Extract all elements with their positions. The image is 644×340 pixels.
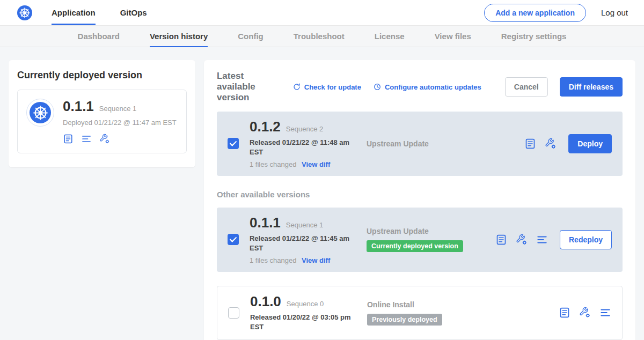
deploy-button[interactable]: Deploy — [568, 134, 612, 153]
subnav-item-registry-settings[interactable]: Registry settings — [501, 26, 567, 47]
view-files-icon[interactable] — [81, 134, 92, 144]
version-checkbox[interactable] — [228, 138, 239, 149]
app-subnav: Dashboard Version history Config Trouble… — [0, 26, 644, 47]
version-source-col: Upstream Update — [367, 139, 495, 148]
nav-tab-application-label: Application — [52, 8, 96, 17]
check-for-update-link[interactable]: Check for update — [292, 83, 361, 91]
version-number: 0.1.0 — [250, 294, 281, 309]
view-files-icon[interactable] — [599, 307, 611, 319]
main-content: Currently deployed version 0.1.1 Sequenc… — [0, 47, 644, 340]
currently-deployed-panel: Currently deployed version 0.1.1 Sequenc… — [9, 60, 195, 167]
latest-version-header: Latest available version Check for updat… — [217, 71, 623, 103]
redeploy-button[interactable]: Redeploy — [560, 230, 612, 249]
deployed-version-number: 0.1.1 — [63, 99, 94, 114]
subnav-item-troubleshoot[interactable]: Troubleshoot — [294, 26, 345, 47]
schedule-icon — [373, 83, 382, 91]
view-diff-link[interactable]: View diff — [302, 256, 330, 264]
subnav-item-version-history[interactable]: Version history — [150, 26, 208, 47]
check-for-update-label: Check for update — [304, 83, 361, 91]
version-checkbox[interactable] — [228, 234, 239, 245]
files-changed-line: 1 files changed View diff — [250, 160, 367, 168]
version-source-label: Upstream Update — [367, 139, 495, 148]
release-notes-icon[interactable] — [63, 134, 74, 144]
top-navbar-right: Add a new application Log out — [484, 0, 628, 25]
edit-config-icon[interactable] — [579, 307, 591, 319]
version-number: 0.1.2 — [250, 119, 281, 135]
version-source-col: Upstream Update Currently deployed versi… — [367, 227, 495, 252]
deployed-sequence-label: Sequence 1 — [99, 105, 136, 113]
nav-tab-gitops[interactable]: GitOps — [120, 0, 147, 25]
latest-version-title: Latest available version — [217, 71, 281, 103]
other-versions-title: Other available versions — [217, 190, 623, 199]
version-info: 0.1.1 Sequence 1 Released 01/21/22 @ 11:… — [250, 215, 367, 264]
version-number: 0.1.1 — [250, 215, 281, 231]
configure-automatic-updates-link[interactable]: Configure automatic updates — [373, 83, 481, 91]
deployed-version-details: 0.1.1 Sequence 1 Deployed 01/21/22 @ 11:… — [63, 99, 177, 144]
app-kubernetes-icon — [26, 99, 54, 127]
diff-releases-button[interactable]: Diff releases — [560, 77, 623, 97]
released-timestamp: Released 01/21/22 @ 11:48 am EST — [250, 138, 353, 157]
sequence-label: Sequence 2 — [286, 125, 323, 133]
files-changed-label: 1 files changed — [250, 256, 296, 264]
edit-config-icon[interactable] — [516, 234, 528, 246]
version-info: 0.1.2 Sequence 2 Released 01/21/22 @ 11:… — [250, 119, 367, 168]
deployed-timestamp: Deployed 01/21/22 @ 11:47 am EST — [63, 119, 177, 127]
version-row-0-1-0: 0.1.0 Sequence 0 Released 01/20/22 @ 03:… — [217, 286, 623, 340]
nav-tab-application[interactable]: Application — [52, 0, 96, 25]
configure-automatic-updates-label: Configure automatic updates — [385, 83, 481, 91]
released-timestamp: Released 01/20/22 @ 03:05 pm EST — [250, 313, 353, 332]
view-diff-link[interactable]: View diff — [302, 160, 330, 168]
version-source-col: Online Install Previously deployed — [367, 300, 496, 326]
files-changed-line: 1 files changed View diff — [250, 256, 367, 264]
deployed-version-card: 0.1.1 Sequence 1 Deployed 01/21/22 @ 11:… — [17, 90, 187, 153]
version-source-label: Online Install — [367, 300, 496, 309]
subnav-item-license[interactable]: License — [375, 26, 405, 47]
logout-link[interactable]: Log out — [601, 8, 628, 17]
edit-config-icon[interactable] — [99, 134, 110, 144]
version-row-actions — [559, 307, 611, 319]
nav-tab-gitops-label: GitOps — [120, 8, 147, 17]
currently-deployed-title: Currently deployed version — [17, 70, 187, 81]
refresh-icon — [292, 83, 301, 91]
sequence-label: Sequence 1 — [286, 221, 323, 229]
sequence-label: Sequence 0 — [287, 300, 324, 308]
version-row-0-1-1: 0.1.1 Sequence 1 Released 01/21/22 @ 11:… — [217, 208, 623, 272]
version-checkbox[interactable] — [228, 307, 239, 319]
version-history-panel: Latest available version Check for updat… — [204, 60, 635, 340]
top-nav-tabs: Application GitOps — [52, 0, 147, 25]
release-notes-icon[interactable] — [559, 307, 570, 319]
subnav-item-dashboard[interactable]: Dashboard — [78, 26, 120, 47]
top-navbar: Application GitOps Add a new application… — [0, 0, 644, 26]
version-source-label: Upstream Update — [367, 227, 495, 235]
previously-deployed-badge: Previously deployed — [367, 314, 442, 326]
files-changed-label: 1 files changed — [250, 160, 296, 168]
release-notes-icon[interactable] — [524, 138, 536, 150]
version-info: 0.1.0 Sequence 0 Released 01/20/22 @ 03:… — [250, 294, 367, 332]
add-new-application-button[interactable]: Add a new application — [484, 4, 586, 22]
version-row-actions: Deploy — [524, 134, 612, 153]
release-notes-icon[interactable] — [495, 234, 507, 246]
edit-config-icon[interactable] — [545, 138, 557, 150]
subnav-item-view-files[interactable]: View files — [435, 26, 471, 47]
version-row-actions: Redeploy — [495, 230, 612, 249]
currently-deployed-badge: Currently deployed version — [367, 240, 463, 252]
cancel-button[interactable]: Cancel — [505, 77, 548, 97]
deployed-version-actions — [63, 134, 177, 144]
released-timestamp: Released 01/21/22 @ 11:45 am EST — [250, 234, 353, 253]
kubernetes-logo-icon — [17, 5, 32, 20]
view-files-icon[interactable] — [536, 234, 548, 246]
subnav-item-config[interactable]: Config — [238, 26, 263, 47]
version-row-0-1-2: 0.1.2 Sequence 2 Released 01/21/22 @ 11:… — [217, 112, 623, 176]
